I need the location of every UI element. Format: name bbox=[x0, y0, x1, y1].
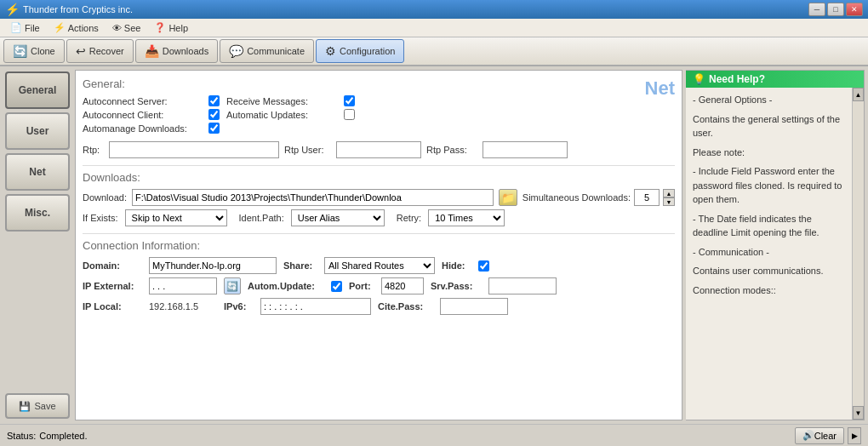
downloads-button[interactable]: 📥 Downloads bbox=[135, 39, 218, 63]
minimize-button[interactable]: ─ bbox=[808, 3, 825, 16]
domain-label: Domain: bbox=[83, 260, 142, 271]
status-text: Completed. bbox=[39, 431, 87, 441]
help-icon: 💡 bbox=[693, 73, 705, 85]
share-select[interactable]: All Shared Routes Shared Routes None bbox=[324, 257, 435, 274]
browse-folder-button[interactable]: 📁 bbox=[499, 189, 517, 206]
nav-user[interactable]: User bbox=[5, 112, 70, 150]
retry-label: Retry: bbox=[397, 213, 421, 223]
rtp-pass-input[interactable] bbox=[483, 141, 568, 158]
cite-pass-input[interactable] bbox=[440, 298, 508, 315]
ip-external-row: IP External: 🔄 Autom.Update: Port: Srv.P… bbox=[83, 277, 675, 294]
window-title: Thunder from Cryptics inc. bbox=[23, 4, 133, 14]
scrollbar-up[interactable]: ▲ bbox=[853, 88, 864, 101]
rtp-input[interactable] bbox=[109, 141, 279, 158]
help-title: Need Help? bbox=[709, 73, 765, 85]
ident-path-select[interactable]: User Alias Full Path None bbox=[291, 209, 385, 226]
spin-down-button[interactable]: ▼ bbox=[663, 197, 675, 206]
nav-general[interactable]: General bbox=[5, 71, 70, 109]
general-section: General: Autoconnect Server: Receive Mes… bbox=[83, 77, 675, 136]
communicate-icon: 💬 bbox=[229, 44, 243, 58]
scrollbar-down[interactable]: ▼ bbox=[853, 406, 864, 420]
port-label: Port: bbox=[349, 281, 374, 291]
help-content: - General Options - Contains the general… bbox=[686, 88, 852, 420]
ip-external-label: IP External: bbox=[83, 281, 142, 291]
domain-input[interactable] bbox=[149, 257, 277, 274]
rtp-pass-label: Rtp Pass: bbox=[426, 145, 477, 155]
clone-icon: 🔄 bbox=[13, 44, 27, 58]
autoconnect-client-checkbox[interactable] bbox=[208, 109, 220, 120]
retry-select[interactable]: 10 Times 5 Times Never bbox=[428, 209, 505, 226]
nav-misc[interactable]: Misc. bbox=[5, 194, 70, 232]
spin-up-button[interactable]: ▲ bbox=[663, 189, 675, 197]
nav-net[interactable]: Net bbox=[5, 153, 70, 191]
see-icon: 👁 bbox=[112, 23, 122, 33]
toolbar: 🔄 Clone ↩ Recover 📥 Downloads 💬 Communic… bbox=[0, 37, 868, 66]
app-icon: ⚡ bbox=[5, 3, 20, 16]
status-label: Status: bbox=[7, 431, 36, 441]
download-path-input[interactable] bbox=[132, 189, 494, 206]
menu-see[interactable]: 👁 See bbox=[106, 20, 148, 36]
connection-section: Connection Information: Domain: Share: A… bbox=[83, 239, 675, 315]
download-path-row: Download: 📁 Simultaneous Downloads: ▲ ▼ bbox=[83, 189, 675, 206]
receive-messages-checkbox[interactable] bbox=[344, 95, 355, 106]
simultaneous-downloads-group: Simultaneous Downloads: ▲ ▼ bbox=[523, 189, 675, 206]
configuration-button[interactable]: ⚙ Configuration bbox=[316, 39, 404, 63]
save-button[interactable]: 💾 Save bbox=[5, 393, 70, 419]
downloads-icon: 📥 bbox=[145, 44, 159, 58]
if-exists-row: If Exists: Skip to Next Overwrite Ask Id… bbox=[83, 209, 675, 226]
file-icon: 📄 bbox=[10, 22, 22, 33]
if-exists-select[interactable]: Skip to Next Overwrite Ask bbox=[125, 209, 227, 226]
menu-actions[interactable]: ⚡ Actions bbox=[47, 20, 106, 36]
connection-section-title: Connection Information: bbox=[83, 239, 675, 252]
simultaneous-input[interactable] bbox=[634, 189, 660, 206]
menu-file[interactable]: 📄 File bbox=[3, 20, 47, 36]
communicate-button[interactable]: 💬 Communicate bbox=[220, 39, 314, 63]
autom-update-label: Autom.Update: bbox=[248, 281, 324, 291]
ipv6-input[interactable] bbox=[260, 298, 371, 315]
ip-local-row: IP Local: 192.168.1.5 IPv6: Cite.Pass: bbox=[83, 298, 675, 315]
automatic-updates-checkbox[interactable] bbox=[344, 109, 355, 120]
help-menu-icon: ❓ bbox=[154, 22, 166, 33]
center-panel: General: Autoconnect Server: Receive Mes… bbox=[75, 70, 682, 420]
menu-bar: 📄 File ⚡ Actions 👁 See ❓ Help bbox=[0, 19, 868, 37]
ipv6-label: IPv6: bbox=[224, 301, 254, 312]
title-bar: ⚡ Thunder from Cryptics inc. ─ □ ✕ bbox=[0, 0, 868, 19]
help-text-3: Please note: bbox=[693, 146, 845, 160]
rtp-user-input[interactable] bbox=[336, 141, 421, 158]
menu-help[interactable]: ❓ Help bbox=[147, 20, 195, 36]
hide-checkbox[interactable] bbox=[478, 260, 489, 272]
ip-external-input[interactable] bbox=[149, 277, 217, 294]
help-text-2: Contains the general settings of the use… bbox=[693, 112, 845, 140]
recover-button[interactable]: ↩ Recover bbox=[66, 39, 134, 63]
rtp-user-label: Rtp User: bbox=[284, 145, 331, 155]
cite-pass-label: Cite.Pass: bbox=[378, 301, 433, 312]
clone-button[interactable]: 🔄 Clone bbox=[3, 39, 65, 63]
domain-row: Domain: Share: All Shared Routes Shared … bbox=[83, 257, 675, 274]
recover-icon: ↩ bbox=[76, 44, 86, 58]
help-text-1: - General Options - bbox=[693, 93, 845, 107]
autoconnect-server-checkbox[interactable] bbox=[208, 95, 220, 106]
help-text-7: Contains user communications. bbox=[693, 264, 845, 278]
maximize-button[interactable]: □ bbox=[827, 3, 844, 16]
automanage-downloads-checkbox[interactable] bbox=[208, 123, 220, 134]
if-exists-label: If Exists: bbox=[83, 213, 118, 223]
hide-label: Hide: bbox=[442, 260, 471, 271]
port-input[interactable] bbox=[381, 277, 424, 294]
receive-messages-label: Receive Messages: bbox=[226, 96, 337, 106]
clear-icon: 🔊 bbox=[802, 430, 814, 441]
srv-pass-input[interactable] bbox=[488, 277, 557, 294]
downloads-section-title: Downloads: bbox=[83, 171, 675, 184]
main-content: General User Net Misc. 💾 Save General: A… bbox=[0, 66, 868, 424]
help-panel: 💡 Need Help? - General Options - Contain… bbox=[686, 70, 865, 420]
close-button[interactable]: ✕ bbox=[846, 3, 863, 16]
general-section-title: General: bbox=[83, 77, 645, 90]
autom-update-checkbox[interactable] bbox=[331, 281, 342, 292]
ip-refresh-button[interactable]: 🔄 bbox=[224, 277, 241, 294]
side-nav: General User Net Misc. 💾 Save bbox=[0, 66, 75, 424]
net-label: Net bbox=[645, 77, 675, 100]
help-text-4: - Include Field Password enter the passw… bbox=[693, 164, 845, 207]
clear-button[interactable]: 🔊 Clear bbox=[795, 427, 844, 444]
autoconnect-client-label: Autoconnect Client: bbox=[83, 110, 202, 120]
automatic-updates-label: Automatic Updates: bbox=[226, 110, 337, 120]
simultaneous-label: Simultaneous Downloads: bbox=[523, 192, 631, 203]
